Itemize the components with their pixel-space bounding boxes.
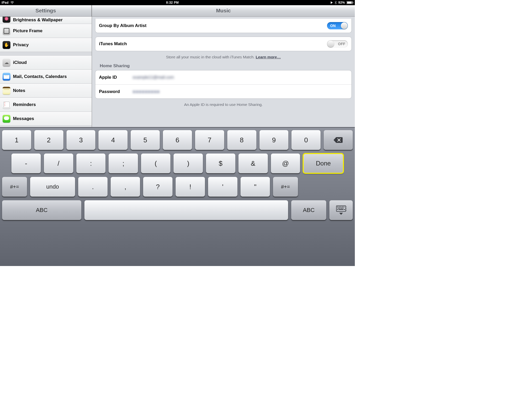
key-ampersand[interactable]: & [238, 154, 268, 173]
sidebar-item-label: Messages [13, 116, 34, 121]
picture-frame-icon [3, 27, 10, 35]
key-2[interactable]: 2 [34, 130, 63, 150]
key-7[interactable]: 7 [195, 130, 224, 150]
field-label: Apple ID [99, 75, 133, 80]
svg-rect-1 [347, 2, 352, 4]
sidebar-item-picture-frame[interactable]: Picture Frame [0, 24, 92, 38]
key-3[interactable]: 3 [66, 130, 96, 150]
mail-icon [3, 73, 10, 81]
key-symbols-left[interactable]: #+= [2, 177, 27, 197]
key-apostrophe[interactable]: ' [208, 177, 237, 197]
svg-rect-8 [343, 207, 344, 207]
clock: 8:32 PM [14, 1, 330, 4]
itunes-match-caption: Store all your music in the cloud with i… [95, 55, 352, 59]
key-symbols-right[interactable]: #+= [273, 177, 298, 197]
svg-rect-5 [339, 207, 340, 207]
on-screen-keyboard: 1 2 3 4 5 6 7 8 9 0 - / : ; ( ) $ & @ Do… [0, 127, 355, 266]
sidebar-item-label: Reminders [13, 102, 36, 107]
toggle-knob [327, 41, 334, 47]
bluetooth-icon [335, 1, 337, 4]
svg-rect-13 [337, 209, 338, 210]
svg-rect-11 [341, 208, 342, 209]
sidebar-group-divider [0, 52, 92, 56]
key-9[interactable]: 9 [260, 130, 289, 150]
row-label: Group By Album Artist [99, 23, 147, 28]
key-5[interactable]: 5 [131, 130, 160, 150]
sidebar-item-mail[interactable]: Mail, Contacts, Calendars [0, 70, 92, 84]
sidebar-item-label: Privacy [13, 42, 29, 48]
toggle-itunes-match[interactable]: OFF [327, 40, 348, 48]
key-rparen[interactable]: ) [174, 154, 203, 173]
caption-text: Store all your music in the cloud with i… [166, 55, 256, 59]
key-comma[interactable]: , [111, 177, 140, 197]
sidebar-item-brightness[interactable]: Brightness & Wallpaper [0, 17, 92, 24]
key-exclaim[interactable]: ! [176, 177, 205, 197]
apple-id-input[interactable] [133, 75, 242, 80]
row-password[interactable]: Password [95, 84, 351, 98]
key-slash[interactable]: / [44, 154, 73, 173]
key-1[interactable]: 1 [2, 130, 31, 150]
svg-rect-2 [353, 2, 353, 3]
key-period[interactable]: . [78, 177, 108, 197]
notes-icon [3, 87, 10, 95]
learn-more-link[interactable]: Learn more… [256, 55, 281, 59]
key-backspace[interactable] [324, 130, 353, 150]
settings-detail: Music Group By Album Artist ON iTunes Ma… [92, 5, 355, 127]
row-group-by-album-artist[interactable]: Group By Album Artist ON [95, 19, 351, 33]
play-icon [330, 1, 333, 4]
battery-icon [347, 1, 353, 4]
svg-rect-3 [336, 206, 346, 211]
device-label: iPad [2, 1, 9, 4]
sidebar-item-label: Brightness & Wallpaper [13, 17, 63, 23]
svg-rect-10 [339, 208, 340, 209]
settings-sidebar: Settings Brightness & Wallpaper Picture … [0, 5, 92, 127]
wifi-icon [10, 1, 14, 4]
key-semicolon[interactable]: ; [109, 154, 138, 173]
key-dollar[interactable]: $ [206, 154, 235, 173]
svg-rect-4 [337, 207, 338, 207]
detail-title: Music [92, 5, 355, 17]
svg-rect-12 [342, 208, 343, 209]
key-dismiss-keyboard[interactable] [329, 200, 353, 220]
row-apple-id[interactable]: Apple ID [95, 70, 351, 84]
brightness-icon [3, 17, 10, 23]
sidebar-item-notes[interactable]: Notes [0, 84, 92, 98]
sidebar-item-icloud[interactable]: ☁ iCloud [0, 56, 92, 70]
sidebar-item-privacy[interactable]: ✋ Privacy [0, 38, 92, 52]
field-label: Password [99, 89, 133, 94]
svg-rect-9 [338, 208, 339, 209]
key-undo[interactable]: undo [30, 177, 75, 197]
key-space[interactable] [84, 200, 288, 220]
key-4[interactable]: 4 [98, 130, 128, 150]
sidebar-item-messages[interactable]: Messages [0, 112, 92, 126]
status-bar: iPad 8:32 PM 92% [0, 0, 355, 5]
key-colon[interactable]: : [76, 154, 106, 173]
cloud-icon: ☁ [3, 59, 10, 66]
key-quote[interactable]: " [241, 177, 270, 197]
row-label: iTunes Match [99, 41, 127, 46]
reminders-icon [3, 101, 10, 109]
key-6[interactable]: 6 [163, 130, 192, 150]
password-input[interactable] [133, 89, 242, 94]
key-abc-left[interactable]: ABC [2, 200, 81, 220]
key-8[interactable]: 8 [227, 130, 256, 150]
key-done[interactable]: Done [303, 154, 343, 173]
key-dash[interactable]: - [11, 154, 41, 173]
sidebar-item-label: Mail, Contacts, Calendars [13, 74, 67, 79]
sidebar-item-reminders[interactable]: Reminders [0, 98, 92, 112]
key-at[interactable]: @ [271, 154, 300, 173]
key-0[interactable]: 0 [291, 130, 321, 150]
key-abc-right[interactable]: ABC [291, 200, 326, 220]
messages-icon [3, 115, 10, 123]
key-question[interactable]: ? [143, 177, 172, 197]
key-lparen[interactable]: ( [141, 154, 170, 173]
group-group-by: Group By Album Artist ON [95, 19, 352, 33]
group-home-sharing: Apple ID Password [95, 70, 352, 99]
home-sharing-header: Home Sharing [95, 62, 352, 70]
toggle-group-by[interactable]: ON [327, 22, 348, 29]
home-sharing-footer: An Apple ID is required to use Home Shar… [95, 102, 352, 107]
sidebar-item-label: iCloud [13, 60, 27, 65]
toggle-label: OFF [338, 42, 345, 46]
toggle-label: ON [330, 24, 336, 28]
row-itunes-match[interactable]: iTunes Match OFF [95, 37, 351, 51]
